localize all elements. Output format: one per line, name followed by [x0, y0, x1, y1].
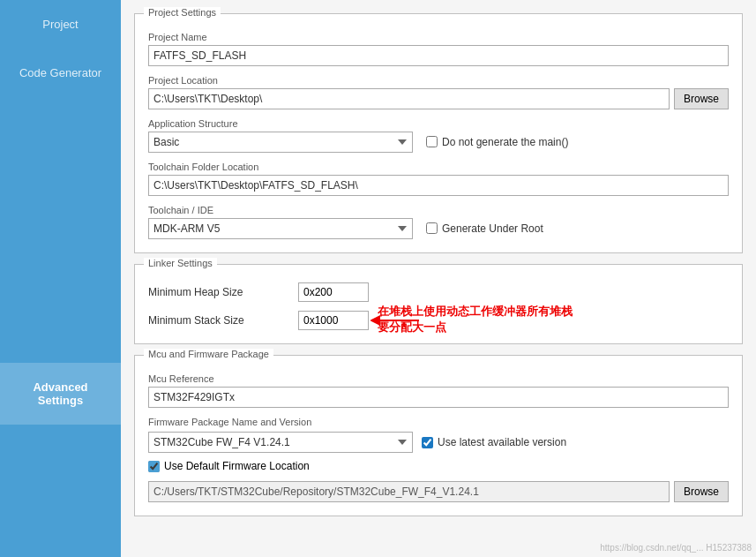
- project-name-row: Project Name: [148, 32, 729, 66]
- toolchain-ide-row: Toolchain / IDE MDK-ARM V5 MDK-ARM V4 EW…: [148, 205, 729, 239]
- project-location-input-row: Browse: [148, 88, 729, 109]
- mcu-reference-row: Mcu Reference: [148, 373, 729, 408]
- min-heap-row: Minimum Heap Size: [148, 282, 729, 302]
- project-name-label: Project Name: [148, 32, 729, 42]
- firmware-package-label: Firmware Package Name and Version: [148, 417, 729, 427]
- project-name-input[interactable]: [148, 45, 729, 66]
- sidebar-item-advanced-settings[interactable]: Advanced Settings: [0, 363, 121, 425]
- min-heap-label: Minimum Heap Size: [148, 286, 289, 298]
- use-default-firmware-checkbox[interactable]: [148, 461, 160, 472]
- generate-under-root-label: Generate Under Root: [442, 222, 543, 235]
- project-settings-title: Project Settings: [144, 7, 221, 18]
- main-content: Project Settings Project Name Project Lo…: [121, 0, 756, 557]
- firmware-location-browse-button[interactable]: Browse: [674, 481, 729, 502]
- firmware-package-input-row: STM32Cube FW_F4 V1.24.1 Use latest avail…: [148, 432, 729, 453]
- linker-settings-section: Linker Settings Minimum Heap Size Minimu…: [134, 264, 743, 344]
- toolchain-ide-label: Toolchain / IDE: [148, 205, 413, 215]
- mcu-reference-input[interactable]: [148, 387, 729, 408]
- use-default-firmware-row: Use Default Firmware Location: [148, 460, 729, 472]
- mcu-reference-label: Mcu Reference: [148, 373, 729, 384]
- annotation-text: 在堆栈上使用动态工作缓冲器所有堆栈 要分配大一点: [378, 304, 573, 335]
- sidebar-item-code-generator[interactable]: Code Generator: [0, 49, 121, 97]
- project-location-row: Project Location Browse: [148, 75, 729, 109]
- use-latest-checkbox[interactable]: [422, 437, 433, 448]
- project-settings-section: Project Settings Project Name Project Lo…: [134, 13, 743, 253]
- toolchain-folder-input[interactable]: [148, 175, 729, 196]
- application-structure-select[interactable]: Basic Advanced: [148, 132, 413, 153]
- use-latest-label: Use latest available version: [438, 436, 566, 448]
- toolchain-ide-select[interactable]: MDK-ARM V5 MDK-ARM V4 EWARM: [148, 218, 413, 239]
- firmware-package-select[interactable]: STM32Cube FW_F4 V1.24.1: [148, 432, 413, 453]
- application-structure-row: Application Structure Basic Advanced Do …: [148, 118, 729, 153]
- generate-under-root-checkbox[interactable]: [426, 222, 438, 234]
- do-not-generate-main-row: Do not generate the main(): [426, 136, 568, 148]
- watermark: https://blog.csdn.net/qq_... H15237388: [600, 543, 752, 553]
- use-latest-row: Use latest available version: [422, 436, 566, 448]
- do-not-generate-main-label: Do not generate the main(): [442, 136, 568, 148]
- firmware-package-row: Firmware Package Name and Version STM32C…: [148, 417, 729, 453]
- application-structure-group: Application Structure Basic Advanced: [148, 118, 413, 153]
- mcu-firmware-section: Mcu and Firmware Package Mcu Reference F…: [134, 355, 743, 516]
- mcu-firmware-title: Mcu and Firmware Package: [144, 349, 273, 359]
- min-stack-label: Minimum Stack Size: [148, 314, 289, 327]
- min-stack-input[interactable]: [298, 311, 369, 330]
- firmware-location-row: Browse: [148, 481, 729, 502]
- generate-under-root-row: Generate Under Root: [426, 222, 543, 235]
- use-default-firmware-label: Use Default Firmware Location: [164, 460, 310, 472]
- project-location-input[interactable]: [148, 88, 670, 109]
- linker-settings-title: Linker Settings: [144, 258, 217, 268]
- toolchain-folder-label: Toolchain Folder Location: [148, 162, 729, 172]
- do-not-generate-main-checkbox[interactable]: [426, 136, 438, 147]
- min-stack-row: Minimum Stack Size 在堆栈上使用动态工作缓冲器所有堆栈 要分配…: [148, 311, 729, 330]
- project-location-label: Project Location: [148, 75, 729, 86]
- firmware-location-input-row: Browse: [148, 481, 729, 502]
- application-structure-label: Application Structure: [148, 118, 413, 129]
- toolchain-folder-row: Toolchain Folder Location: [148, 162, 729, 196]
- toolchain-ide-group: Toolchain / IDE MDK-ARM V5 MDK-ARM V4 EW…: [148, 205, 413, 239]
- firmware-location-input: [148, 481, 670, 502]
- sidebar-item-project[interactable]: Project: [0, 0, 121, 49]
- sidebar: Project Code Generator Advanced Settings: [0, 0, 121, 557]
- sidebar-spacer: [0, 97, 121, 363]
- project-location-browse-button[interactable]: Browse: [674, 88, 729, 109]
- min-heap-input[interactable]: [298, 282, 369, 302]
